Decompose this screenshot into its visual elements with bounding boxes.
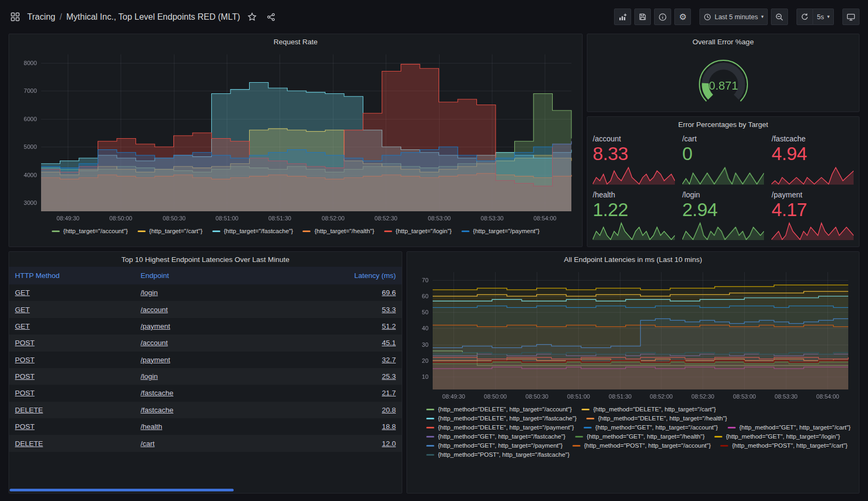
latency-value[interactable]: 25.3 bbox=[382, 372, 396, 380]
breadcrumb-section[interactable]: Tracing bbox=[27, 12, 55, 22]
legend-swatch-icon bbox=[212, 230, 220, 232]
legend-item[interactable]: {http_method="GET", http_target="/cart"} bbox=[728, 424, 851, 431]
legend-item[interactable]: {http_method="DELETE", http_target="/car… bbox=[582, 406, 716, 412]
method-link[interactable]: GET bbox=[15, 306, 30, 314]
latency-value[interactable]: 32.7 bbox=[382, 356, 396, 364]
latency-value[interactable]: 21.7 bbox=[382, 389, 396, 397]
method-link[interactable]: POST bbox=[15, 356, 35, 364]
legend-item[interactable]: {http_method="DELETE", http_target="/fas… bbox=[426, 415, 577, 422]
legend-swatch-icon bbox=[575, 436, 583, 438]
legend-item[interactable]: {http_target="/login"} bbox=[384, 228, 452, 234]
table-cell: 18.8 bbox=[258, 418, 402, 435]
legend-item[interactable]: {http_method="POST", http_target="/cart"… bbox=[720, 442, 847, 449]
table-cell: /health bbox=[135, 418, 259, 435]
endpoint-link[interactable]: /payment bbox=[141, 356, 171, 364]
stat-value: 8.33 bbox=[593, 144, 675, 164]
endpoint-link[interactable]: /fastcache bbox=[141, 406, 174, 414]
table-row: GET/login69.6 bbox=[9, 284, 402, 301]
legend-item[interactable]: {http_method="POST", http_target="/accou… bbox=[572, 442, 711, 449]
save-dashboard-button[interactable] bbox=[634, 9, 651, 25]
endpoint-link[interactable]: /login bbox=[141, 372, 158, 380]
table-cell: /login bbox=[135, 284, 259, 301]
legend-item[interactable]: {http_method="GET", http_target="/login"… bbox=[714, 433, 840, 440]
dashboard-title: Mythical Inc., Top Level Endpoints RED (… bbox=[66, 12, 240, 22]
legend-item[interactable]: {http_target="/health"} bbox=[302, 228, 374, 234]
legend-label: {http_method="DELETE", http_target="/car… bbox=[593, 406, 716, 412]
legend-item[interactable]: {http_method="GET", http_target="/paymen… bbox=[426, 442, 563, 449]
latency-chart[interactable] bbox=[411, 267, 855, 403]
column-header-latency[interactable]: Latency (ms) bbox=[258, 267, 402, 284]
endpoint-link[interactable]: /cart bbox=[141, 440, 155, 448]
legend-item[interactable]: {http_target="/fastcache"} bbox=[212, 228, 293, 234]
dashboard-settings-button[interactable]: ⚙ bbox=[674, 9, 691, 25]
method-link[interactable]: DELETE bbox=[15, 440, 43, 448]
latency-value[interactable]: 12.0 bbox=[382, 440, 396, 448]
method-link[interactable]: POST bbox=[15, 389, 35, 397]
latency-value[interactable]: 45.1 bbox=[382, 339, 396, 347]
apps-menu-icon[interactable] bbox=[9, 11, 21, 23]
table-header-row: HTTP Method Endpoint Latency (ms) bbox=[9, 267, 402, 284]
refresh-interval-dropdown[interactable]: 5s ▾ bbox=[813, 9, 834, 25]
dashboard-info-button[interactable] bbox=[654, 9, 671, 25]
legend-item[interactable]: {http_method="DELETE", http_target="/acc… bbox=[426, 406, 572, 412]
legend-item[interactable]: {http_method="GET", http_target="/accoun… bbox=[584, 424, 718, 431]
legend-item[interactable]: {http_method="GET", http_target="/fastca… bbox=[426, 433, 566, 440]
latency-value[interactable]: 53.3 bbox=[382, 306, 396, 314]
panel-title[interactable]: All Endpoint Latencies in ms (Last 10 mi… bbox=[407, 252, 859, 267]
method-link[interactable]: POST bbox=[15, 339, 35, 347]
endpoint-link[interactable]: /fastcache bbox=[141, 389, 174, 397]
legend-swatch-icon bbox=[426, 445, 434, 447]
legend-item[interactable]: {http_method="DELETE", http_target="/pay… bbox=[426, 424, 574, 431]
latency-value[interactable]: 20.8 bbox=[382, 406, 396, 414]
zoom-out-button[interactable] bbox=[771, 9, 788, 25]
endpoint-link[interactable]: /login bbox=[141, 289, 158, 297]
stat-grid: /account8.33/cart0/fastcache4.94/health1… bbox=[587, 132, 859, 245]
panel-title[interactable]: Overall Error %age bbox=[587, 34, 859, 49]
horizontal-scrollbar-thumb[interactable] bbox=[10, 489, 234, 491]
refresh-button[interactable] bbox=[797, 9, 813, 25]
panel-title[interactable]: Top 10 Highest Endpoint Latencies Over L… bbox=[9, 252, 402, 267]
table-cell: 12.0 bbox=[258, 435, 402, 451]
legend-label: {http_method="POST", http_target="/accou… bbox=[584, 442, 711, 449]
request-rate-chart[interactable] bbox=[13, 49, 578, 225]
time-range-picker[interactable]: Last 5 minutes ▾ bbox=[699, 9, 768, 25]
latency-table: HTTP Method Endpoint Latency (ms) GET/lo… bbox=[9, 267, 402, 452]
method-link[interactable]: GET bbox=[15, 322, 30, 330]
table-row: POST/health18.8 bbox=[9, 418, 402, 435]
legend-item[interactable]: {http_method="DELETE", http_target="/hea… bbox=[586, 415, 727, 422]
latency-value[interactable]: 18.8 bbox=[382, 423, 396, 431]
legend-item[interactable]: {http_target="/payment"} bbox=[461, 228, 540, 234]
legend-label: {http_target="/account"} bbox=[63, 228, 128, 234]
legend-item[interactable]: {http_method="GET", http_target="/health… bbox=[575, 433, 705, 440]
legend-item[interactable]: {http_target="/cart"} bbox=[138, 228, 203, 234]
panel-title[interactable]: Request Rate bbox=[9, 34, 582, 49]
share-icon[interactable] bbox=[265, 11, 277, 23]
latency-value[interactable]: 69.6 bbox=[382, 289, 396, 297]
column-header-http-method[interactable]: HTTP Method bbox=[9, 267, 135, 284]
endpoint-link[interactable]: /account bbox=[141, 339, 168, 347]
method-link[interactable]: GET bbox=[15, 289, 30, 297]
method-link[interactable]: POST bbox=[15, 423, 35, 431]
stat-label: /account bbox=[593, 134, 675, 144]
add-panel-button[interactable] bbox=[614, 9, 631, 25]
stat-sparkline bbox=[682, 166, 765, 185]
kiosk-mode-button[interactable] bbox=[842, 9, 859, 25]
table-cell: 51.2 bbox=[258, 318, 402, 335]
legend-swatch-icon bbox=[426, 427, 434, 428]
method-link[interactable]: POST bbox=[15, 372, 35, 380]
legend-item[interactable]: {http_target="/account"} bbox=[52, 228, 128, 234]
stat-label: /fastcache bbox=[771, 134, 854, 144]
stat-sparkline bbox=[771, 222, 854, 240]
method-link[interactable]: DELETE bbox=[15, 406, 43, 414]
legend-item[interactable]: {http_method="POST", http_target="/fastc… bbox=[426, 451, 569, 458]
latency-value[interactable]: 51.2 bbox=[382, 322, 396, 330]
endpoint-link[interactable]: /account bbox=[141, 306, 168, 314]
endpoint-link[interactable]: /payment bbox=[141, 322, 171, 330]
endpoint-link[interactable]: /health bbox=[141, 423, 163, 431]
star-icon[interactable] bbox=[246, 11, 259, 23]
legend-label: {http_method="GET", http_target="/login"… bbox=[726, 433, 840, 440]
table-row: DELETE/cart12.0 bbox=[9, 435, 402, 451]
panel-title[interactable]: Error Percentages by Target bbox=[587, 117, 859, 132]
table-row: POST/account45.1 bbox=[9, 335, 402, 351]
column-header-endpoint[interactable]: Endpoint bbox=[135, 267, 259, 284]
